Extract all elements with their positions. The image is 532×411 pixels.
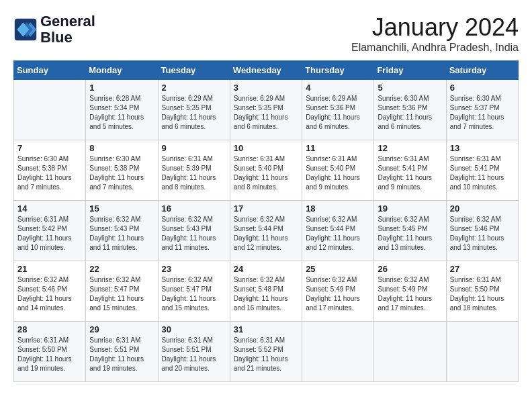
logo-icon	[13, 17, 38, 42]
calendar-cell: 24Sunrise: 6:32 AMSunset: 5:48 PMDayligh…	[230, 261, 302, 322]
cell-info: Sunrise: 6:31 AMSunset: 5:40 PMDaylight:…	[306, 154, 370, 192]
day-number: 5	[378, 83, 442, 93]
cell-info: Sunrise: 6:29 AMSunset: 5:35 PMDaylight:…	[234, 94, 298, 132]
calendar-cell	[446, 322, 518, 382]
title-block: January 2024 Elamanchili, Andhra Pradesh…	[351, 13, 519, 54]
calendar-header-row: SundayMondayTuesdayWednesdayThursdayFrid…	[14, 61, 519, 80]
calendar-cell: 5Sunrise: 6:30 AMSunset: 5:36 PMDaylight…	[374, 80, 446, 140]
cell-info: Sunrise: 6:28 AMSunset: 5:34 PMDaylight:…	[89, 94, 154, 132]
calendar-cell: 30Sunrise: 6:31 AMSunset: 5:51 PMDayligh…	[158, 322, 230, 382]
calendar-cell: 10Sunrise: 6:31 AMSunset: 5:40 PMDayligh…	[230, 140, 302, 201]
cell-info: Sunrise: 6:30 AMSunset: 5:36 PMDaylight:…	[378, 94, 442, 132]
calendar-cell: 1Sunrise: 6:28 AMSunset: 5:34 PMDaylight…	[86, 80, 158, 140]
calendar-cell: 3Sunrise: 6:29 AMSunset: 5:35 PMDaylight…	[230, 80, 302, 140]
day-number: 8	[89, 143, 154, 153]
day-header-saturday: Saturday	[446, 61, 518, 80]
day-header-sunday: Sunday	[14, 61, 86, 80]
day-header-wednesday: Wednesday	[230, 61, 302, 80]
calendar-cell: 18Sunrise: 6:32 AMSunset: 5:44 PMDayligh…	[302, 201, 374, 261]
calendar-cell: 6Sunrise: 6:30 AMSunset: 5:37 PMDaylight…	[446, 80, 518, 140]
calendar-cell: 31Sunrise: 6:31 AMSunset: 5:52 PMDayligh…	[230, 322, 302, 382]
cell-info: Sunrise: 6:32 AMSunset: 5:47 PMDaylight:…	[162, 275, 226, 313]
day-number: 21	[17, 264, 82, 274]
cell-info: Sunrise: 6:31 AMSunset: 5:41 PMDaylight:…	[450, 154, 515, 192]
page-header: General Blue January 2024 Elamanchili, A…	[13, 13, 519, 54]
cell-info: Sunrise: 6:31 AMSunset: 5:40 PMDaylight:…	[234, 154, 298, 192]
calendar-cell: 11Sunrise: 6:31 AMSunset: 5:40 PMDayligh…	[302, 140, 374, 201]
calendar-cell: 29Sunrise: 6:31 AMSunset: 5:51 PMDayligh…	[86, 322, 158, 382]
calendar-cell: 25Sunrise: 6:32 AMSunset: 5:49 PMDayligh…	[302, 261, 374, 322]
calendar-table: SundayMondayTuesdayWednesdayThursdayFrid…	[13, 60, 519, 382]
calendar-cell	[374, 322, 446, 382]
cell-info: Sunrise: 6:32 AMSunset: 5:49 PMDaylight:…	[306, 275, 370, 313]
calendar-cell: 17Sunrise: 6:32 AMSunset: 5:44 PMDayligh…	[230, 201, 302, 261]
calendar-week-row: 28Sunrise: 6:31 AMSunset: 5:50 PMDayligh…	[14, 322, 519, 382]
day-header-monday: Monday	[86, 61, 158, 80]
cell-info: Sunrise: 6:32 AMSunset: 5:46 PMDaylight:…	[450, 215, 515, 253]
day-number: 14	[17, 203, 82, 214]
day-number: 27	[450, 264, 515, 274]
day-number: 9	[162, 143, 226, 153]
calendar-cell: 8Sunrise: 6:30 AMSunset: 5:38 PMDaylight…	[86, 140, 158, 201]
cell-info: Sunrise: 6:31 AMSunset: 5:41 PMDaylight:…	[378, 154, 442, 192]
day-number: 28	[17, 324, 82, 334]
location: Elamanchili, Andhra Pradesh, India	[351, 42, 519, 54]
cell-info: Sunrise: 6:30 AMSunset: 5:38 PMDaylight:…	[17, 154, 82, 192]
cell-info: Sunrise: 6:32 AMSunset: 5:46 PMDaylight:…	[17, 275, 82, 313]
day-number: 26	[378, 264, 442, 274]
day-number: 17	[234, 203, 298, 214]
cell-info: Sunrise: 6:29 AMSunset: 5:35 PMDaylight:…	[162, 94, 226, 132]
day-number: 15	[89, 203, 154, 214]
day-number: 7	[17, 143, 82, 153]
calendar-cell: 7Sunrise: 6:30 AMSunset: 5:38 PMDaylight…	[14, 140, 86, 201]
cell-info: Sunrise: 6:30 AMSunset: 5:37 PMDaylight:…	[450, 94, 515, 132]
cell-info: Sunrise: 6:32 AMSunset: 5:49 PMDaylight:…	[378, 275, 442, 313]
cell-info: Sunrise: 6:30 AMSunset: 5:38 PMDaylight:…	[89, 154, 154, 192]
calendar-week-row: 14Sunrise: 6:31 AMSunset: 5:42 PMDayligh…	[14, 201, 519, 261]
day-number: 6	[450, 83, 515, 93]
calendar-cell: 9Sunrise: 6:31 AMSunset: 5:39 PMDaylight…	[158, 140, 230, 201]
calendar-week-row: 1Sunrise: 6:28 AMSunset: 5:34 PMDaylight…	[14, 80, 519, 140]
day-number: 4	[306, 83, 370, 93]
cell-info: Sunrise: 6:29 AMSunset: 5:36 PMDaylight:…	[306, 94, 370, 132]
day-number: 3	[234, 83, 298, 93]
calendar-cell: 23Sunrise: 6:32 AMSunset: 5:47 PMDayligh…	[158, 261, 230, 322]
cell-info: Sunrise: 6:31 AMSunset: 5:51 PMDaylight:…	[89, 336, 154, 373]
calendar-cell: 19Sunrise: 6:32 AMSunset: 5:45 PMDayligh…	[374, 201, 446, 261]
month-title: January 2024	[351, 13, 519, 42]
day-number: 1	[89, 83, 154, 93]
day-number: 10	[234, 143, 298, 153]
calendar-cell: 28Sunrise: 6:31 AMSunset: 5:50 PMDayligh…	[14, 322, 86, 382]
day-number: 24	[234, 264, 298, 274]
cell-info: Sunrise: 6:31 AMSunset: 5:52 PMDaylight:…	[234, 336, 298, 373]
day-number: 13	[450, 143, 515, 153]
calendar-cell: 15Sunrise: 6:32 AMSunset: 5:43 PMDayligh…	[86, 201, 158, 261]
day-number: 30	[162, 324, 226, 334]
calendar-cell: 27Sunrise: 6:31 AMSunset: 5:50 PMDayligh…	[446, 261, 518, 322]
day-number: 31	[234, 324, 298, 334]
day-header-friday: Friday	[374, 61, 446, 80]
day-number: 11	[306, 143, 370, 153]
day-number: 20	[450, 203, 515, 214]
calendar-week-row: 7Sunrise: 6:30 AMSunset: 5:38 PMDaylight…	[14, 140, 519, 201]
cell-info: Sunrise: 6:32 AMSunset: 5:45 PMDaylight:…	[378, 215, 442, 253]
cell-info: Sunrise: 6:32 AMSunset: 5:44 PMDaylight:…	[234, 215, 298, 253]
day-number: 18	[306, 203, 370, 214]
day-number: 2	[162, 83, 226, 93]
day-number: 19	[378, 203, 442, 214]
calendar-cell	[14, 80, 86, 140]
calendar-cell: 16Sunrise: 6:32 AMSunset: 5:43 PMDayligh…	[158, 201, 230, 261]
cell-info: Sunrise: 6:32 AMSunset: 5:44 PMDaylight:…	[306, 215, 370, 253]
day-number: 16	[162, 203, 226, 214]
day-number: 12	[378, 143, 442, 153]
calendar-week-row: 21Sunrise: 6:32 AMSunset: 5:46 PMDayligh…	[14, 261, 519, 322]
logo-text: General Blue	[40, 13, 95, 46]
calendar-cell: 21Sunrise: 6:32 AMSunset: 5:46 PMDayligh…	[14, 261, 86, 322]
calendar-cell: 4Sunrise: 6:29 AMSunset: 5:36 PMDaylight…	[302, 80, 374, 140]
cell-info: Sunrise: 6:31 AMSunset: 5:39 PMDaylight:…	[162, 154, 226, 192]
cell-info: Sunrise: 6:31 AMSunset: 5:51 PMDaylight:…	[162, 336, 226, 373]
day-number: 29	[89, 324, 154, 334]
calendar-cell: 22Sunrise: 6:32 AMSunset: 5:47 PMDayligh…	[86, 261, 158, 322]
cell-info: Sunrise: 6:31 AMSunset: 5:50 PMDaylight:…	[450, 275, 515, 313]
day-header-tuesday: Tuesday	[158, 61, 230, 80]
